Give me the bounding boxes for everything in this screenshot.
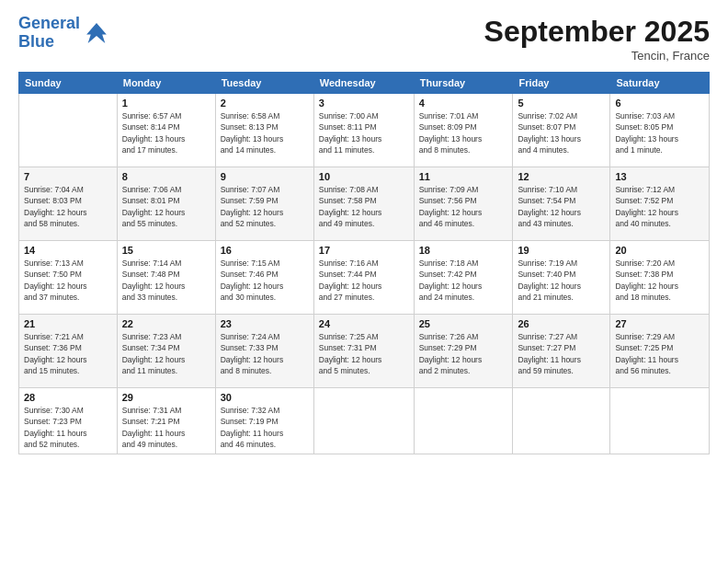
day-number: 30 [221, 392, 309, 403]
day-number: 29 [122, 392, 210, 403]
day-info: Sunrise: 7:25 AM Sunset: 7:31 PM Dayligh… [319, 331, 409, 376]
calendar-row-2: 7Sunrise: 7:04 AM Sunset: 8:03 PM Daylig… [19, 167, 710, 241]
calendar-cell [414, 388, 513, 454]
day-number: 10 [319, 171, 409, 182]
calendar-row-5: 28Sunrise: 7:30 AM Sunset: 7:23 PM Dayli… [19, 388, 710, 454]
day-info: Sunrise: 7:24 AM Sunset: 7:33 PM Dayligh… [221, 331, 309, 376]
weekday-header-friday: Friday [513, 73, 610, 94]
calendar-cell: 25Sunrise: 7:26 AM Sunset: 7:29 PM Dayli… [414, 315, 513, 388]
day-number: 26 [518, 318, 605, 329]
day-number: 27 [615, 318, 704, 329]
calendar-cell: 9Sunrise: 7:07 AM Sunset: 7:59 PM Daylig… [215, 167, 313, 241]
day-info: Sunrise: 7:20 AM Sunset: 7:38 PM Dayligh… [615, 258, 704, 303]
day-info: Sunrise: 6:58 AM Sunset: 8:13 PM Dayligh… [221, 110, 309, 155]
calendar-cell: 14Sunrise: 7:13 AM Sunset: 7:50 PM Dayli… [19, 241, 118, 315]
day-number: 13 [615, 171, 704, 182]
day-number: 2 [221, 98, 309, 109]
calendar-table: SundayMondayTuesdayWednesdayThursdayFrid… [18, 72, 710, 454]
day-info: Sunrise: 7:12 AM Sunset: 7:52 PM Dayligh… [615, 184, 704, 229]
day-number: 15 [122, 245, 210, 256]
calendar-cell: 7Sunrise: 7:04 AM Sunset: 8:03 PM Daylig… [19, 167, 118, 241]
logo-icon [84, 20, 109, 46]
calendar-cell: 6Sunrise: 7:03 AM Sunset: 8:05 PM Daylig… [610, 94, 710, 167]
day-info: Sunrise: 7:16 AM Sunset: 7:44 PM Dayligh… [319, 258, 409, 303]
title-block: September 2025 Tencin, France [484, 15, 710, 63]
calendar-cell: 17Sunrise: 7:16 AM Sunset: 7:44 PM Dayli… [313, 241, 414, 315]
day-number: 23 [221, 318, 309, 329]
calendar-cell: 15Sunrise: 7:14 AM Sunset: 7:48 PM Dayli… [117, 241, 215, 315]
day-info: Sunrise: 7:03 AM Sunset: 8:05 PM Dayligh… [615, 110, 704, 155]
calendar-cell: 2Sunrise: 6:58 AM Sunset: 8:13 PM Daylig… [215, 94, 313, 167]
day-number: 11 [419, 171, 508, 182]
weekday-header-thursday: Thursday [414, 73, 513, 94]
day-info: Sunrise: 7:15 AM Sunset: 7:46 PM Dayligh… [221, 258, 309, 303]
day-number: 5 [518, 98, 605, 109]
svg-marker-0 [86, 23, 107, 43]
day-number: 17 [319, 245, 409, 256]
calendar-cell: 8Sunrise: 7:06 AM Sunset: 8:01 PM Daylig… [117, 167, 215, 241]
day-info: Sunrise: 7:06 AM Sunset: 8:01 PM Dayligh… [122, 184, 210, 229]
day-info: Sunrise: 7:01 AM Sunset: 8:09 PM Dayligh… [419, 110, 508, 155]
day-info: Sunrise: 7:14 AM Sunset: 7:48 PM Dayligh… [122, 258, 210, 303]
day-info: Sunrise: 7:30 AM Sunset: 7:23 PM Dayligh… [24, 405, 112, 450]
calendar-cell: 12Sunrise: 7:10 AM Sunset: 7:54 PM Dayli… [513, 167, 610, 241]
day-info: Sunrise: 7:27 AM Sunset: 7:27 PM Dayligh… [518, 331, 605, 376]
day-number: 25 [419, 318, 508, 329]
day-info: Sunrise: 7:10 AM Sunset: 7:54 PM Dayligh… [518, 184, 605, 229]
day-info: Sunrise: 7:02 AM Sunset: 8:07 PM Dayligh… [518, 110, 605, 155]
day-number: 4 [419, 98, 508, 109]
day-number: 1 [122, 98, 210, 109]
day-number: 24 [319, 318, 409, 329]
day-info: Sunrise: 7:18 AM Sunset: 7:42 PM Dayligh… [419, 258, 508, 303]
day-info: Sunrise: 7:32 AM Sunset: 7:19 PM Dayligh… [221, 405, 309, 450]
location: Tencin, France [484, 49, 710, 63]
day-number: 6 [615, 98, 704, 109]
day-info: Sunrise: 7:19 AM Sunset: 7:40 PM Dayligh… [518, 258, 605, 303]
calendar-cell [513, 388, 610, 454]
day-number: 3 [319, 98, 409, 109]
weekday-header-tuesday: Tuesday [215, 73, 313, 94]
day-info: Sunrise: 7:08 AM Sunset: 7:58 PM Dayligh… [319, 184, 409, 229]
weekday-header-monday: Monday [117, 73, 215, 94]
day-number: 21 [24, 318, 112, 329]
calendar-cell: 29Sunrise: 7:31 AM Sunset: 7:21 PM Dayli… [117, 388, 215, 454]
calendar-row-3: 14Sunrise: 7:13 AM Sunset: 7:50 PM Dayli… [19, 241, 710, 315]
weekday-header-saturday: Saturday [610, 73, 710, 94]
day-number: 28 [24, 392, 112, 403]
calendar-cell: 16Sunrise: 7:15 AM Sunset: 7:46 PM Dayli… [215, 241, 313, 315]
calendar-row-4: 21Sunrise: 7:21 AM Sunset: 7:36 PM Dayli… [19, 315, 710, 388]
calendar-cell: 23Sunrise: 7:24 AM Sunset: 7:33 PM Dayli… [215, 315, 313, 388]
calendar-cell: 3Sunrise: 7:00 AM Sunset: 8:11 PM Daylig… [313, 94, 414, 167]
calendar-cell: 19Sunrise: 7:19 AM Sunset: 7:40 PM Dayli… [513, 241, 610, 315]
calendar-cell: 30Sunrise: 7:32 AM Sunset: 7:19 PM Dayli… [215, 388, 313, 454]
header-row: SundayMondayTuesdayWednesdayThursdayFrid… [19, 73, 710, 94]
day-number: 12 [518, 171, 605, 182]
calendar-cell [313, 388, 414, 454]
day-info: Sunrise: 7:07 AM Sunset: 7:59 PM Dayligh… [221, 184, 309, 229]
calendar-cell: 10Sunrise: 7:08 AM Sunset: 7:58 PM Dayli… [313, 167, 414, 241]
day-number: 19 [518, 245, 605, 256]
calendar-cell: 1Sunrise: 6:57 AM Sunset: 8:14 PM Daylig… [117, 94, 215, 167]
calendar-cell: 28Sunrise: 7:30 AM Sunset: 7:23 PM Dayli… [19, 388, 118, 454]
day-info: Sunrise: 7:21 AM Sunset: 7:36 PM Dayligh… [24, 331, 112, 376]
calendar-cell: 18Sunrise: 7:18 AM Sunset: 7:42 PM Dayli… [414, 241, 513, 315]
day-info: Sunrise: 7:00 AM Sunset: 8:11 PM Dayligh… [319, 110, 409, 155]
day-number: 8 [122, 171, 210, 182]
day-number: 7 [24, 171, 112, 182]
day-info: Sunrise: 7:09 AM Sunset: 7:56 PM Dayligh… [419, 184, 508, 229]
weekday-header-wednesday: Wednesday [313, 73, 414, 94]
day-number: 20 [615, 245, 704, 256]
calendar-cell [610, 388, 710, 454]
calendar-cell: 11Sunrise: 7:09 AM Sunset: 7:56 PM Dayli… [414, 167, 513, 241]
page: General Blue September 2025 Tencin, Fran… [0, 0, 728, 563]
logo: General Blue [18, 15, 109, 52]
weekday-header-sunday: Sunday [19, 73, 118, 94]
day-info: Sunrise: 7:31 AM Sunset: 7:21 PM Dayligh… [122, 405, 210, 450]
calendar-cell [19, 94, 118, 167]
day-number: 14 [24, 245, 112, 256]
calendar-cell: 21Sunrise: 7:21 AM Sunset: 7:36 PM Dayli… [19, 315, 118, 388]
calendar-cell: 20Sunrise: 7:20 AM Sunset: 7:38 PM Dayli… [610, 241, 710, 315]
calendar-cell: 22Sunrise: 7:23 AM Sunset: 7:34 PM Dayli… [117, 315, 215, 388]
day-number: 16 [221, 245, 309, 256]
day-info: Sunrise: 7:29 AM Sunset: 7:25 PM Dayligh… [615, 331, 704, 376]
